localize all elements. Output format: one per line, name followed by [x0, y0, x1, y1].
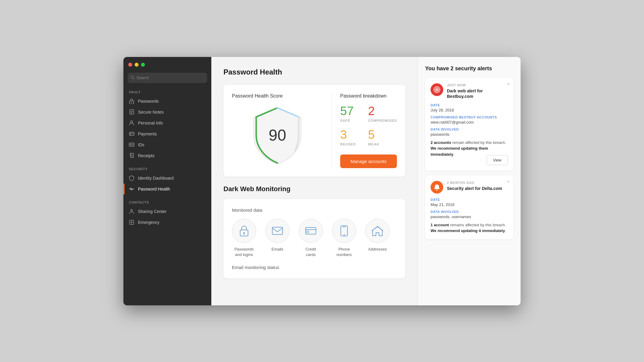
- svg-line-1: [133, 78, 134, 79]
- monitored-passwords-label: Passwordsand logins: [234, 247, 254, 257]
- sidebar-item-identity-dashboard-label: Identity Dashboard: [138, 176, 174, 181]
- breakdown-weak: 5 WEAK: [368, 128, 397, 146]
- shield-icon: [129, 175, 134, 181]
- sidebar-item-secure-notes[interactable]: Secure Notes: [123, 107, 211, 118]
- compromised-count: 2: [368, 105, 397, 117]
- monitored-addresses[interactable]: Addresses: [365, 219, 390, 252]
- breakdown-safe: 57 SAFE: [340, 105, 362, 122]
- score-section: Password Health Score 90: [232, 93, 323, 168]
- svg-rect-9: [129, 132, 134, 135]
- svg-point-13: [130, 144, 131, 145]
- sidebar: Search VAULT Passwords: [123, 57, 211, 305]
- monitored-addresses-icon: [365, 219, 390, 243]
- svg-rect-11: [130, 134, 131, 135]
- sidebar-item-password-health[interactable]: Password Health: [123, 184, 211, 194]
- alert-delta-close[interactable]: ×: [507, 179, 510, 184]
- maximize-button[interactable]: [141, 63, 145, 67]
- alert-delta-headline: Security alert for Delta.com: [447, 186, 502, 191]
- sidebar-item-receipts-label: Receipts: [138, 153, 154, 158]
- monitored-data-title: Monitored data: [232, 208, 397, 213]
- svg-point-3: [131, 102, 132, 103]
- search-icon: [131, 75, 135, 80]
- alert-bestbuy-header: JUST NOW Dark web alert for Bestbuy.com: [431, 83, 508, 99]
- breakdown-title: Password breakdown: [340, 93, 397, 99]
- right-panel: You have 2 security alerts ×: [418, 57, 521, 305]
- alert-bestbuy-body: 2 accounts remain affected by this breac…: [431, 140, 508, 165]
- monitored-emails-label: Emails: [271, 247, 283, 252]
- id-icon: [129, 142, 134, 148]
- sidebar-item-sharing-center[interactable]: Sharing Center: [123, 206, 211, 217]
- dark-web-card: Monitored data Passwordsand logins: [223, 199, 405, 278]
- sidebar-item-identity-dashboard[interactable]: Identity Dashboard: [123, 173, 211, 184]
- sidebar-item-emergency-label: Emergency: [138, 220, 159, 225]
- monitored-emails[interactable]: Emails: [265, 219, 290, 252]
- alert-bestbuy-compromised-value: stew.rob007@gmail.com: [431, 120, 508, 125]
- svg-rect-28: [307, 231, 309, 233]
- weak-count: 5: [368, 128, 397, 141]
- search-bar[interactable]: Search: [128, 73, 207, 83]
- alert-bestbuy-compromised-label: COMPROMISED BESTBUY ACCOUNTS: [431, 115, 508, 119]
- monitored-credit-cards-icon: [299, 219, 323, 243]
- svg-point-30: [344, 234, 345, 235]
- sidebar-item-personal-info-label: Personal Info: [138, 121, 163, 125]
- alert-bestbuy-view-button[interactable]: View: [487, 155, 508, 165]
- manage-accounts-button[interactable]: Manage accounts: [340, 154, 397, 168]
- safe-label: SAFE: [340, 119, 362, 122]
- sidebar-item-ids-label: IDs: [138, 142, 144, 147]
- sidebar-item-ids[interactable]: IDs: [123, 139, 211, 150]
- sidebar-item-receipts[interactable]: Receipts: [123, 150, 211, 161]
- monitored-credit-cards[interactable]: Creditcards: [299, 219, 323, 257]
- sidebar-item-passwords-label: Passwords: [138, 99, 159, 104]
- security-section-label: SECURITY: [123, 165, 211, 173]
- alert-bestbuy-header-text: JUST NOW Dark web alert for Bestbuy.com: [447, 83, 508, 99]
- sidebar-item-emergency[interactable]: Emergency: [123, 217, 211, 228]
- alert-delta-date-label: DATE: [431, 198, 508, 201]
- alerts-title: You have 2 security alerts: [425, 65, 513, 72]
- alert-bestbuy-headline: Dark web alert for Bestbuy.com: [447, 88, 508, 99]
- svg-point-39: [436, 189, 438, 191]
- sidebar-item-personal-info[interactable]: Personal Info: [123, 118, 211, 128]
- alert-bestbuy-icon: [431, 83, 443, 96]
- alert-delta-icon: [431, 181, 443, 194]
- contacts-section-label: CONTACTS: [123, 198, 211, 206]
- weak-label: WEAK: [368, 142, 397, 146]
- password-health-card: Password Health Score 90 Pas: [223, 85, 405, 177]
- monitored-phone-numbers[interactable]: Phonenumbers: [332, 219, 356, 257]
- alert-bestbuy-date-label: DATE: [431, 103, 508, 107]
- pulse-icon: [129, 186, 134, 192]
- breakdown-grid: 57 SAFE 2 COMPROMISED 3 REUSED 5 WEAK: [340, 105, 397, 146]
- main-content: Password Health Password Health Score 90: [211, 57, 418, 305]
- sidebar-item-sharing-center-label: Sharing Center: [138, 209, 166, 214]
- shield-score: 90: [269, 126, 286, 144]
- titlebar: [123, 57, 211, 73]
- minimize-button[interactable]: [135, 63, 139, 67]
- person-icon: [129, 120, 134, 126]
- alert-bestbuy-close[interactable]: ×: [507, 81, 510, 87]
- receipt-icon: [129, 153, 134, 158]
- alert-delta-time: 2 MONTHS AGO: [447, 181, 502, 184]
- svg-rect-26: [306, 227, 316, 234]
- sidebar-item-payments[interactable]: Payments: [123, 128, 211, 139]
- close-button[interactable]: [128, 63, 132, 67]
- sidebar-item-password-health-label: Password Health: [138, 187, 170, 191]
- note-icon: [129, 109, 134, 115]
- emergency-icon: [129, 220, 134, 225]
- reused-label: REUSED: [340, 142, 362, 146]
- alert-delta-header-text: 2 MONTHS AGO Security alert for Delta.co…: [447, 181, 502, 191]
- card-divider: [331, 93, 332, 168]
- alert-bestbuy-time: JUST NOW: [447, 83, 508, 87]
- sidebar-item-secure-notes-label: Secure Notes: [138, 110, 164, 115]
- monitored-emails-icon: [265, 219, 290, 243]
- breakdown-reused: 3 REUSED: [340, 128, 362, 146]
- monitored-passwords[interactable]: Passwordsand logins: [232, 219, 256, 257]
- app-window: Search VAULT Passwords: [123, 57, 521, 305]
- safe-count: 57: [340, 105, 362, 117]
- alert-bestbuy-data-value: passwords: [431, 132, 508, 137]
- sidebar-item-passwords[interactable]: Passwords: [123, 96, 211, 107]
- alert-delta-data-value: passwords, usernames: [431, 214, 508, 219]
- svg-point-18: [131, 209, 132, 211]
- breakdown-section: Password breakdown 57 SAFE 2 COMPROMISED…: [340, 93, 397, 168]
- reused-count: 3: [340, 128, 362, 141]
- score-section-title: Password Health Score: [232, 93, 283, 99]
- page-title: Password Health: [223, 68, 405, 76]
